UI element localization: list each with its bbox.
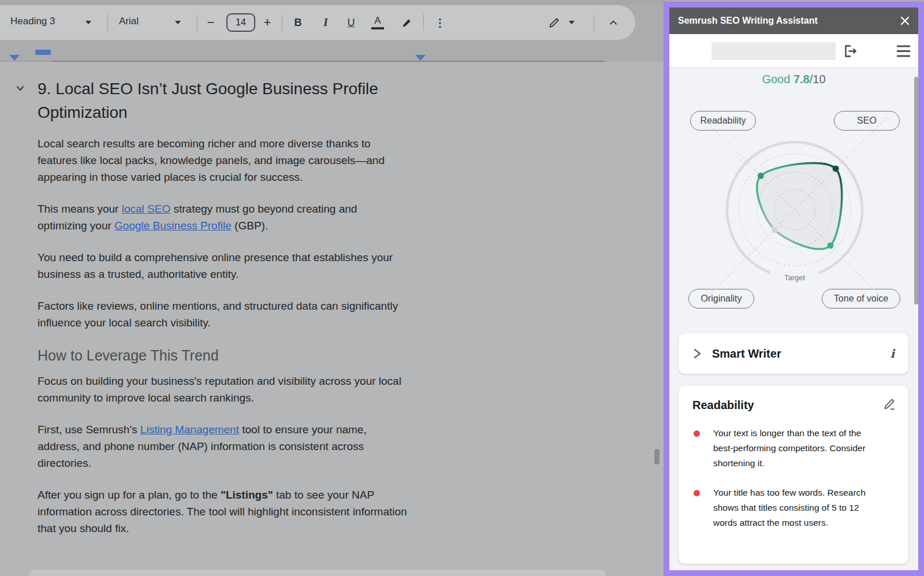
highlight-color-button[interactable] bbox=[398, 15, 415, 31]
chevron-right-icon bbox=[692, 348, 702, 359]
issue-bullet-icon bbox=[694, 490, 700, 496]
paragraph-text: Factors like reviews, online mentions, a… bbox=[38, 300, 398, 329]
editing-mode-button[interactable] bbox=[546, 14, 562, 31]
docs-toolbar: Heading 3 Arial − 14 + B I U A ⋮ bbox=[0, 5, 635, 40]
toolbar-divider bbox=[197, 14, 198, 31]
paragraph-text: Focus on building your business's reputa… bbox=[38, 375, 401, 404]
doc-paragraph: After you sign up for a plan, go to the … bbox=[38, 486, 407, 537]
score-value: 7.8 bbox=[793, 73, 810, 86]
panel-body: Good 7.8/10 Readability SEO Originality … bbox=[669, 68, 918, 570]
panel-title: Semrush SEO Writing Assistant bbox=[678, 16, 818, 26]
export-icon bbox=[843, 43, 858, 59]
overall-score: Good 7.8/10 bbox=[669, 73, 918, 86]
gauge-blob bbox=[757, 163, 842, 249]
underline-button[interactable]: U bbox=[343, 14, 359, 31]
semrush-assistant-panel: Semrush SEO Writing Assistant bbox=[664, 2, 924, 576]
readability-card-title: Readability bbox=[692, 399, 895, 412]
hamburger-menu-icon bbox=[896, 44, 911, 58]
chevron-up-icon bbox=[608, 17, 619, 29]
export-button[interactable] bbox=[843, 43, 858, 61]
issue-bullet-icon bbox=[694, 430, 700, 437]
doc-link-google-business-profile[interactable]: Google Business Profile bbox=[114, 220, 232, 232]
close-icon bbox=[900, 16, 910, 25]
doc-heading: 9. Local SEO Isn’t Just Google Business … bbox=[38, 77, 442, 124]
ruler-line bbox=[0, 61, 52, 62]
toolbar-divider bbox=[423, 14, 424, 31]
score-label: Good bbox=[762, 73, 793, 86]
paragraph-text: You need to build a comprehensive online… bbox=[38, 251, 393, 280]
first-line-indent-marker[interactable] bbox=[35, 50, 51, 55]
decrease-font-size-button[interactable]: − bbox=[203, 15, 218, 30]
bold-button[interactable]: B bbox=[290, 14, 306, 31]
heading-collapse-toggle[interactable] bbox=[14, 83, 26, 96]
doc-paragraph: This means your local SEO strategy must … bbox=[38, 200, 407, 234]
chevron-down-icon[interactable] bbox=[175, 21, 181, 24]
gauge-dot-0 bbox=[758, 173, 764, 179]
paragraph-text: First, use Semrush's bbox=[38, 423, 140, 436]
hide-menus-button[interactable] bbox=[605, 15, 621, 31]
text-color-letter: A bbox=[374, 15, 381, 27]
app-root: Heading 3 Arial − 14 + B I U A ⋮ bbox=[0, 0, 924, 576]
doc-paragraph: First, use Semrush's Listing Management … bbox=[38, 421, 407, 471]
panel-inner: Semrush SEO Writing Assistant bbox=[669, 8, 918, 570]
gauge-dot-1 bbox=[833, 165, 839, 172]
document-scrollbar-thumb[interactable] bbox=[654, 449, 660, 464]
paragraph-text: After you sign up for a plan, go to the bbox=[38, 489, 221, 501]
chevron-down-icon[interactable] bbox=[569, 21, 575, 24]
paragraph-text: This means your bbox=[38, 203, 122, 215]
chevron-down-icon bbox=[14, 83, 26, 94]
doc-paragraph: Focus on building your business's reputa… bbox=[38, 373, 407, 406]
info-icon[interactable]: i bbox=[890, 347, 895, 361]
panel-subheader bbox=[669, 34, 918, 68]
right-indent-marker[interactable] bbox=[415, 55, 426, 61]
italic-button[interactable]: I bbox=[318, 14, 334, 31]
doc-paragraph: Local search results are becoming richer… bbox=[38, 135, 407, 185]
window-top-strip bbox=[0, 0, 664, 5]
gauge-dot-3 bbox=[772, 226, 778, 233]
toolbar-divider bbox=[594, 14, 594, 31]
toolbar-divider bbox=[107, 14, 108, 31]
readability-issue-list: Your text is longer than the text of the… bbox=[692, 426, 895, 530]
text-color-bar bbox=[371, 27, 384, 29]
doc-link-local-seo[interactable]: local SEO bbox=[122, 203, 170, 215]
close-button[interactable] bbox=[900, 16, 910, 25]
increase-font-size-button[interactable]: + bbox=[260, 15, 275, 30]
highlighter-icon bbox=[400, 17, 413, 29]
font-selector[interactable]: Arial bbox=[119, 16, 139, 27]
gauge-target-label: Target bbox=[784, 273, 806, 282]
font-size-input[interactable]: 14 bbox=[226, 13, 255, 32]
readability-card: Readability Your text is longer than the… bbox=[679, 386, 908, 564]
paragraph-text: (GBP). bbox=[232, 220, 268, 232]
text-color-button[interactable]: A bbox=[370, 13, 386, 31]
paragraph-bold-text: "Listings" bbox=[221, 489, 273, 501]
score-gauge-chart: Target bbox=[696, 112, 893, 308]
readability-issue: Your title has too few words. Research s… bbox=[692, 485, 873, 530]
score-denominator: /10 bbox=[810, 73, 826, 86]
chevron-down-icon[interactable] bbox=[85, 21, 91, 24]
doc-body-text: Local search results are becoming richer… bbox=[38, 135, 407, 537]
paragraph-style-selector[interactable]: Heading 3 bbox=[10, 16, 55, 27]
doc-subheading: How to Leverage This Trend bbox=[38, 346, 407, 365]
toolbar-divider bbox=[282, 14, 282, 31]
paragraph-text: Local search results are becoming richer… bbox=[38, 138, 385, 183]
document-content: 9. Local SEO Isn’t Just Google Business … bbox=[38, 77, 442, 552]
panel-scrollbar-thumb[interactable] bbox=[914, 77, 918, 304]
gauge-dot-2 bbox=[828, 243, 834, 249]
doc-embedded-image-edge bbox=[29, 570, 606, 576]
smart-writer-label: Smart Writer bbox=[712, 347, 781, 361]
issue-text: Your title has too few words. Research s… bbox=[713, 485, 866, 530]
issue-text: Your text is longer than the text of the… bbox=[713, 426, 866, 471]
doc-paragraph: Factors like reviews, online mentions, a… bbox=[38, 298, 407, 331]
smart-writer-expander[interactable]: Smart Writer i bbox=[679, 333, 908, 374]
readability-issue: Your text is longer than the text of the… bbox=[692, 426, 873, 471]
pencil-icon bbox=[549, 17, 560, 28]
doc-link-listing-management[interactable]: Listing Management bbox=[140, 423, 239, 436]
doc-paragraph: You need to build a comprehensive online… bbox=[38, 249, 407, 283]
keyword-placeholder-bar bbox=[711, 42, 836, 60]
ruler-margin-line bbox=[52, 61, 605, 62]
edit-pencil-icon[interactable] bbox=[882, 397, 896, 413]
panel-header: Semrush SEO Writing Assistant bbox=[669, 8, 918, 34]
left-indent-marker[interactable] bbox=[9, 55, 20, 61]
panel-menu-button[interactable] bbox=[896, 44, 911, 60]
more-options-button[interactable]: ⋮ bbox=[433, 14, 447, 31]
